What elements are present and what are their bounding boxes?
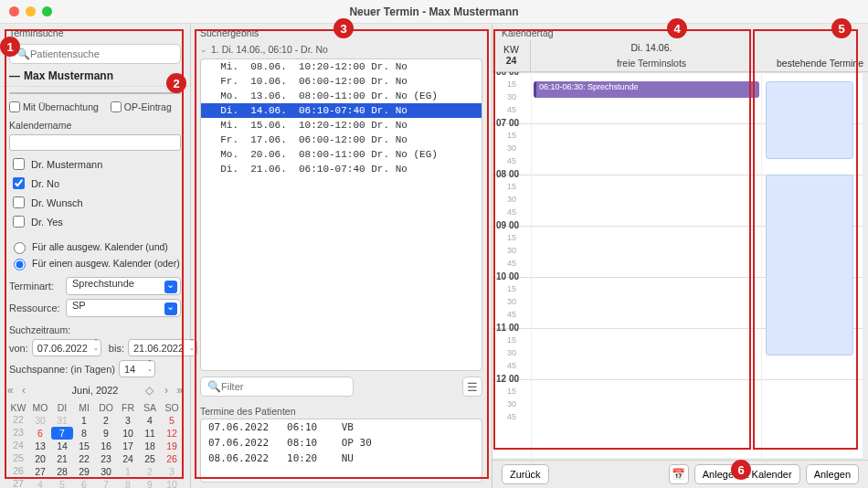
calendar-list: Dr. MustermannDr. NoDr. WunschDr. Yes bbox=[0, 154, 190, 235]
result-list[interactable]: Mi. 08.06. 10:20-12:00 Dr. No Fr. 10.06.… bbox=[200, 58, 482, 371]
suchspanne-label: Suchspanne: (in Tagen) bbox=[9, 364, 115, 375]
calendar-day[interactable]: 22 bbox=[73, 452, 95, 465]
result-row[interactable]: Fr. 10.06. 06:00-12:00 Dr. No bbox=[201, 74, 482, 89]
opt-overnight[interactable]: Mit Übernachtung bbox=[9, 101, 99, 112]
von-date[interactable]: 07.06.2022 bbox=[32, 339, 101, 356]
radio-one[interactable]: Für einen ausgew. Kalender (oder) bbox=[9, 255, 181, 271]
radio-all[interactable]: Für alle ausgew. Kalender (und) bbox=[9, 239, 181, 255]
patient-termine-label: Termine des Patienten bbox=[191, 402, 492, 419]
result-row[interactable]: Mi. 08.06. 10:20-12:00 Dr. No bbox=[201, 59, 482, 74]
calendar-day[interactable]: 6 bbox=[29, 427, 51, 440]
cal-prev-month-icon[interactable]: ‹ bbox=[22, 384, 26, 397]
panel-suchergebnis: Suchergebnis ⌄ 1. Di. 14.06., 06:10 - Dr… bbox=[191, 24, 492, 488]
mini-calendar: « ‹ Juni, 2022 ◇ › » KWMODIMIDOFRSASO223… bbox=[0, 379, 190, 488]
annotation-1: 1 bbox=[0, 37, 20, 57]
terminart-label: Terminart: bbox=[9, 281, 62, 292]
filter-input[interactable] bbox=[200, 377, 354, 397]
patient-termin-row[interactable]: 07.06.2022 08:10 OP 30 bbox=[201, 435, 482, 451]
annotation-2: 2 bbox=[166, 73, 186, 93]
tab-kette[interactable]: Kette bbox=[123, 93, 180, 94]
annotation-5: 5 bbox=[831, 18, 852, 38]
calendar-checkbox[interactable]: Dr. Yes bbox=[9, 212, 181, 231]
calendar-day[interactable]: 11 bbox=[139, 427, 161, 440]
calendar-day[interactable]: 8 bbox=[73, 427, 95, 440]
calendar-day[interactable]: 15 bbox=[73, 440, 95, 452]
calendar-day[interactable]: 7 bbox=[51, 427, 73, 440]
calendar-checkbox[interactable]: Dr. Wunsch bbox=[9, 193, 181, 212]
result-row[interactable]: Mi. 15.06. 10:20-12:00 Dr. No bbox=[201, 118, 482, 133]
calendar-checkbox[interactable]: Dr. No bbox=[9, 174, 181, 193]
calendar-day[interactable]: 3 bbox=[161, 465, 183, 478]
calendar-day[interactable]: 29 bbox=[73, 465, 95, 478]
calendar-icon-button[interactable]: 📅 bbox=[669, 464, 689, 484]
calendar-day[interactable]: 5 bbox=[51, 478, 73, 488]
filter-options-icon[interactable]: ☰ bbox=[462, 377, 482, 397]
calendar-day[interactable]: 4 bbox=[29, 478, 51, 488]
patient-termine-list[interactable]: 07.06.2022 06:10 VB07.06.2022 08:10 OP 3… bbox=[200, 419, 482, 483]
calendar-day[interactable]: 5 bbox=[161, 414, 183, 427]
calendar-day[interactable]: 2 bbox=[95, 414, 117, 427]
day-header: KW 24 Di. 14.06. freie Terminslots beste… bbox=[492, 40, 868, 72]
calendar-day[interactable]: 31 bbox=[51, 414, 73, 427]
day-grid[interactable]: 06 0015304507 0015304508 0015304509 0015… bbox=[492, 72, 863, 458]
calendar-day[interactable]: 20 bbox=[29, 452, 51, 465]
existing-slot-1[interactable] bbox=[766, 81, 853, 159]
breadcrumb[interactable]: ⌄ 1. Di. 14.06., 06:10 - Dr. No bbox=[191, 40, 492, 58]
result-row[interactable]: Di. 14.06. 06:10-07:40 Dr. No bbox=[201, 103, 482, 118]
calendar-day[interactable]: 25 bbox=[139, 452, 161, 465]
calendar-day[interactable]: 9 bbox=[139, 478, 161, 488]
calendar-day[interactable]: 16 bbox=[95, 440, 117, 452]
result-row[interactable]: Mo. 20.06. 08:00-11:00 Dr. No (EG) bbox=[201, 147, 482, 162]
calendar-day[interactable]: 3 bbox=[117, 414, 139, 427]
calendar-day[interactable]: 18 bbox=[139, 440, 161, 452]
calendar-day[interactable]: 6 bbox=[73, 478, 95, 488]
calendar-day[interactable]: 23 bbox=[95, 452, 117, 465]
result-row[interactable]: Fr. 17.06. 06:00-12:00 Dr. No bbox=[201, 133, 482, 147]
calendar-day[interactable]: 17 bbox=[117, 440, 139, 452]
cal-next-month-icon[interactable]: › bbox=[164, 384, 168, 397]
back-button[interactable]: Zurück bbox=[502, 464, 549, 484]
kalendername-input[interactable] bbox=[9, 134, 181, 151]
slot-sprechstunde[interactable]: 06:10-06:30: Sprechstunde bbox=[534, 81, 759, 98]
cal-today-icon[interactable]: ◇ bbox=[145, 384, 153, 397]
existing-slot-2[interactable] bbox=[766, 175, 853, 355]
bis-date[interactable]: 21.06.2022 bbox=[128, 339, 197, 356]
tab-definiert[interactable]: Definiert bbox=[66, 93, 122, 94]
calendar-day[interactable]: 26 bbox=[161, 452, 183, 465]
calendar-day[interactable]: 1 bbox=[117, 465, 139, 478]
result-row[interactable]: Mo. 13.06. 08:00-11:00 Dr. No (EG) bbox=[201, 89, 482, 103]
ressource-select[interactable]: SP bbox=[66, 299, 181, 317]
calendar-day[interactable]: 30 bbox=[95, 465, 117, 478]
collapse-icon[interactable]: — bbox=[9, 69, 20, 82]
calendar-day[interactable]: 7 bbox=[95, 478, 117, 488]
patient-termin-row[interactable]: 08.06.2022 10:20 NU bbox=[201, 451, 482, 466]
calendar-day[interactable]: 4 bbox=[139, 414, 161, 427]
calendar-day[interactable]: 10 bbox=[117, 427, 139, 440]
calendar-day[interactable]: 10 bbox=[161, 478, 183, 488]
calendar-day[interactable]: 8 bbox=[117, 478, 139, 488]
cal-prev-year-icon[interactable]: « bbox=[7, 384, 14, 397]
calendar-day[interactable]: 24 bbox=[117, 452, 139, 465]
calendar-day[interactable]: 19 bbox=[161, 440, 183, 452]
opt-op[interactable]: OP-Eintrag bbox=[111, 101, 172, 112]
calendar-day[interactable]: 27 bbox=[29, 465, 51, 478]
patient-termin-row[interactable]: 07.06.2022 06:10 VB bbox=[201, 419, 482, 435]
calendar-day[interactable]: 1 bbox=[73, 414, 95, 427]
terminart-select[interactable]: Sprechstunde bbox=[66, 277, 181, 295]
calendar-day[interactable]: 28 bbox=[51, 465, 73, 478]
calendar-day[interactable]: 14 bbox=[51, 440, 73, 452]
calendar-day[interactable]: 21 bbox=[51, 452, 73, 465]
anlegen-button[interactable]: Anlegen bbox=[806, 464, 859, 484]
calendar-day[interactable]: 2 bbox=[139, 465, 161, 478]
suchspanne-input[interactable]: 14 bbox=[119, 360, 155, 377]
calendar-day[interactable]: 30 bbox=[29, 414, 51, 427]
calendar-day[interactable]: 13 bbox=[29, 440, 51, 452]
calendar-checkbox[interactable]: Dr. Mustermann bbox=[9, 154, 181, 174]
result-row[interactable]: Di. 21.06. 06:10-07:40 Dr. No bbox=[201, 162, 482, 176]
titlebar: Neuer Termin - Max Mustermann bbox=[0, 0, 868, 24]
tab-einzel[interactable]: Einzel bbox=[10, 93, 66, 94]
calendar-day[interactable]: 9 bbox=[95, 427, 117, 440]
calendar-day[interactable]: 12 bbox=[161, 427, 183, 440]
cal-next-year-icon[interactable]: » bbox=[176, 384, 183, 397]
patient-search-input[interactable] bbox=[9, 44, 181, 64]
